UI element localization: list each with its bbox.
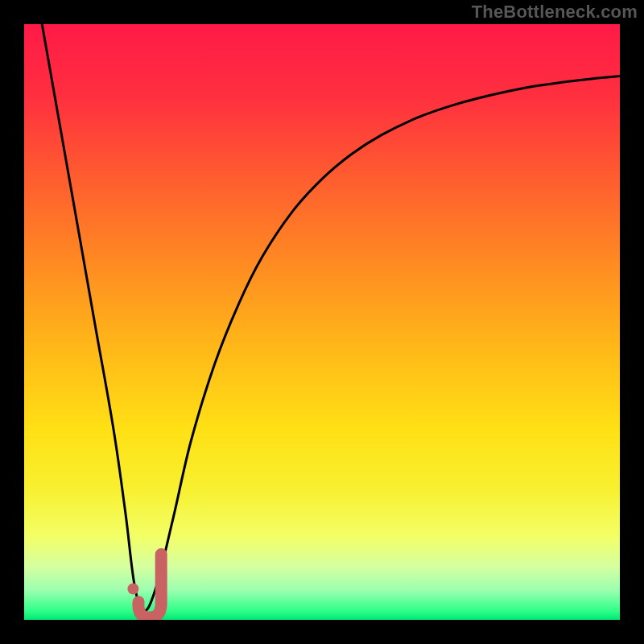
bottleneck-chart [0, 0, 644, 644]
chart-frame: { "watermark": "TheBottleneck.com", "col… [0, 0, 644, 644]
plot-background [24, 24, 620, 620]
watermark-text: TheBottleneck.com [472, 2, 638, 23]
j-marker-dot [127, 584, 138, 595]
